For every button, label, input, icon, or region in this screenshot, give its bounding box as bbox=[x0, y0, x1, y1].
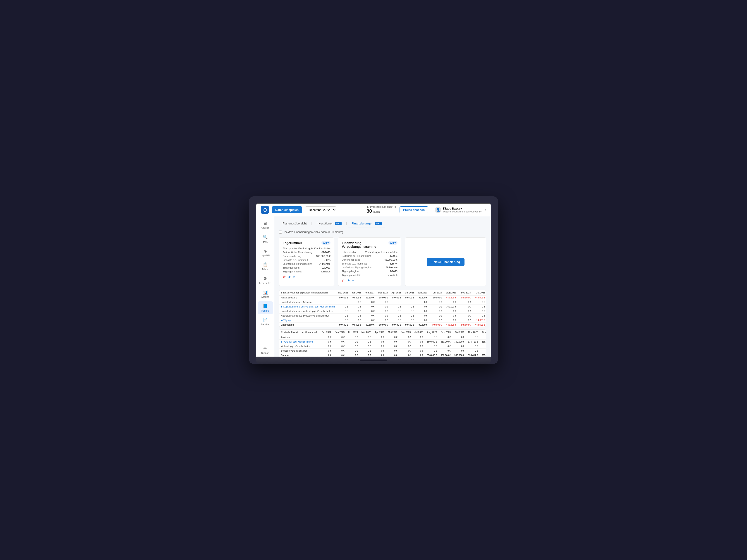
inactive-filter-checkbox[interactable] bbox=[279, 231, 282, 234]
row-cell: 0 € bbox=[466, 349, 480, 353]
card-verpackungsmaschine-row-4: Laufzeit ab Tilgungsbeginn 36 Monate bbox=[342, 266, 397, 269]
sidebar-item-bilanz[interactable]: 📋 Bilanz bbox=[258, 260, 273, 273]
tab-planungsuebersicht[interactable]: Planungsübersicht bbox=[279, 220, 310, 228]
card-verpackungsmaschine-title: Finanzierung Verpackungsmaschine bbox=[342, 241, 388, 248]
card-lagerumbau-row-2: Darlehensbetrag 100.000,00 € bbox=[283, 255, 331, 258]
row-cell: 0 € bbox=[337, 309, 350, 314]
restschuldwerte-table: Restschuldwerte zum Monatsende Dez 2022 … bbox=[279, 330, 486, 356]
delete-verpackungsmaschine-button[interactable]: 🗑 bbox=[342, 279, 345, 283]
row-cell: 0 € bbox=[444, 300, 458, 304]
row-cell: 99.609 € bbox=[390, 295, 403, 300]
table-row[interactable]: ▶ Verbindl. ggü. Kreditinstituten0 €0 €0… bbox=[279, 340, 486, 344]
row-label: Summe bbox=[279, 353, 320, 356]
row-cell: 0 € bbox=[320, 349, 333, 353]
row-cell: 0 € bbox=[399, 340, 413, 344]
row-cell: 0 € bbox=[320, 353, 333, 356]
bilanzkeffekte-col-feb2023: Feb 2023 bbox=[363, 290, 377, 295]
bilanzkeffekte-col-sep2023: Sep 2023 bbox=[458, 290, 473, 295]
card-verpackungsmaschine-row-5: Tilgungsbeginn 12/2023 bbox=[342, 270, 397, 273]
tab-investitionen[interactable]: Investitionen NEU bbox=[313, 220, 345, 228]
kennzahlen-icon: ⚙ bbox=[263, 276, 267, 281]
bilanzkeffekte-col-jan2023: Jan 2023 bbox=[350, 290, 363, 295]
row-cell: 0 € bbox=[399, 353, 413, 356]
neue-finanzierung-button[interactable]: + Neue Finanzierung bbox=[427, 258, 465, 266]
row-cell: 0 € bbox=[346, 349, 360, 353]
view-verpackungsmaschine-button[interactable]: 👁 bbox=[347, 279, 350, 283]
row-cell: 99.609 € bbox=[416, 295, 429, 300]
sidebar-label-bwa: BWA bbox=[263, 241, 267, 243]
row-cell: 0 € bbox=[350, 309, 363, 314]
sidebar-item-kennzahlen[interactable]: ⚙ Kennzahlen bbox=[258, 274, 273, 287]
main-content: Planungsübersicht | Investitionen NEU | … bbox=[274, 216, 491, 356]
row-cell: 0 € bbox=[373, 335, 386, 340]
row-cell: 0 € bbox=[350, 300, 363, 304]
row-cell: 0 € bbox=[458, 300, 473, 304]
row-cell: 0 € bbox=[458, 309, 473, 314]
filter-row: Inaktive Finanzierungen einblenden (0 El… bbox=[279, 231, 486, 234]
sidebar-item-support[interactable]: ✏ Support bbox=[258, 344, 273, 356]
bilanzkeffekte-table: Bilanzeffekte der geplanten Finanzierung… bbox=[279, 290, 486, 327]
sidebar-item-bwa[interactable]: 🔍 BWA bbox=[258, 232, 273, 245]
sidebar-item-liquiditaet[interactable]: ◈ Liquidität bbox=[258, 246, 273, 259]
user-company: Wagner Produktionsbetriebe GmbH bbox=[443, 210, 482, 213]
bwa-icon: 🔍 bbox=[263, 235, 268, 240]
delete-lagerumbau-button[interactable]: 🗑 bbox=[283, 275, 286, 279]
row-label: Kapitalaufnahme aus Sonstige Verbindlich… bbox=[279, 314, 337, 318]
sidebar-item-berichte[interactable]: 📄 Berichte bbox=[258, 315, 273, 328]
card-verpackungsmaschine-badge: Aktiv bbox=[388, 241, 397, 245]
edit-verpackungsmaschine-button[interactable]: ✏ bbox=[352, 279, 355, 283]
row-cell: -449.609 € bbox=[458, 295, 473, 300]
preise-ansehen-button[interactable]: Preise ansehen bbox=[400, 206, 428, 213]
daten-einspielen-button[interactable]: Daten einspielen bbox=[272, 206, 302, 213]
sidebar-item-cockpit[interactable]: ⊞ Cockpit bbox=[258, 219, 273, 232]
bilanz-icon: 📋 bbox=[263, 262, 268, 267]
date-selector[interactable]: Dezember 2022 bbox=[305, 206, 336, 213]
row-label: ▶ Verbindl. ggü. Kreditinstituten bbox=[279, 340, 320, 344]
tab-finanzierungen[interactable]: Finanzierungen NEU bbox=[348, 220, 385, 228]
r-col-jul2023: Jul 2023 bbox=[412, 330, 425, 335]
edit-lagerumbau-button[interactable]: ✏ bbox=[293, 275, 295, 279]
row-cell: 0 € bbox=[350, 304, 363, 309]
bilanzkeffekte-col-label: Bilanzeffekte der geplanten Finanzierung… bbox=[279, 290, 337, 295]
table-row[interactable]: ▶ Kapitalaufnahme aus Verbindl. ggü. Kre… bbox=[279, 304, 486, 309]
row-cell: 0 € bbox=[346, 340, 360, 344]
row-cell: 365.833 € bbox=[480, 340, 486, 344]
bilanzkeffekte-col-jul2023: Jul 2023 bbox=[429, 290, 444, 295]
row-cell: -449.609 € bbox=[444, 323, 458, 327]
bilanzkeffekte-tbody: Anfangsbestand99.609 €99.609 €99.609 €99… bbox=[279, 295, 486, 327]
cockpit-icon: ⊞ bbox=[263, 221, 267, 226]
table-row: Kapitalaufnahme aus Verbindl. ggü. Gesel… bbox=[279, 309, 486, 314]
table-row: Anleihen0 €0 €0 €0 €0 €0 €0 €0 €0 €0 €0 … bbox=[279, 335, 486, 340]
sidebar-item-planung[interactable]: 📘 Planung bbox=[258, 301, 273, 314]
r-col-sep2023: Sep 2023 bbox=[439, 330, 453, 335]
row-cell: 0 € bbox=[377, 318, 390, 323]
row-cell: 0 € bbox=[320, 340, 333, 344]
filter-label: Inaktive Finanzierungen einblenden (0 El… bbox=[284, 231, 343, 234]
row-cell: -449.609 € bbox=[429, 323, 444, 327]
row-cell: 0 € bbox=[360, 353, 373, 356]
row-label: Anfangsbestand bbox=[279, 295, 337, 300]
row-cell: 99.609 € bbox=[350, 295, 363, 300]
sidebar-label-berichte: Berichte bbox=[261, 323, 269, 326]
row-label: Kapitalaufnahme aus Anleihen bbox=[279, 300, 337, 304]
row-cell: 0 € bbox=[363, 304, 377, 309]
row-cell: 0 € bbox=[337, 318, 350, 323]
row-cell: 0 € bbox=[473, 304, 486, 309]
sidebar-item-analyse[interactable]: 📊 Analyse bbox=[258, 288, 273, 300]
row-cell: 0 € bbox=[346, 353, 360, 356]
row-cell: 99.609 € bbox=[403, 295, 416, 300]
chevron-down-icon[interactable]: ▾ bbox=[485, 209, 486, 211]
table-row: Verbindl. ggü. Gesellschaftern0 €0 €0 €0… bbox=[279, 344, 486, 349]
sidebar: ⊞ Cockpit 🔍 BWA ◈ Liquidität 📋 Bilanz ⚙ bbox=[256, 216, 274, 356]
r-col-okt2023: Okt 2023 bbox=[453, 330, 466, 335]
row-cell: 0 € bbox=[444, 309, 458, 314]
bilanzkeffekte-col-okt2023: Okt 2023 bbox=[473, 290, 486, 295]
card-lagerumbau-badge: Aktiv bbox=[321, 241, 331, 245]
table-row: Anfangsbestand99.609 €99.609 €99.609 €99… bbox=[279, 295, 486, 300]
view-lagerumbau-button[interactable]: 👁 bbox=[288, 275, 291, 279]
row-cell: 0 € bbox=[390, 318, 403, 323]
table-row[interactable]: ▶ Tilgung0 €0 €0 €0 €0 €0 €0 €0 €0 €0 €-… bbox=[279, 318, 486, 323]
sidebar-label-analyse: Analyse bbox=[261, 296, 269, 298]
card-lagerumbau-row-5: Tilgungsbeginn 10/2023 bbox=[283, 266, 331, 269]
card-verpackungsmaschine-row-1: Zeitpunkt der Finanzierung 11/2023 bbox=[342, 255, 397, 257]
